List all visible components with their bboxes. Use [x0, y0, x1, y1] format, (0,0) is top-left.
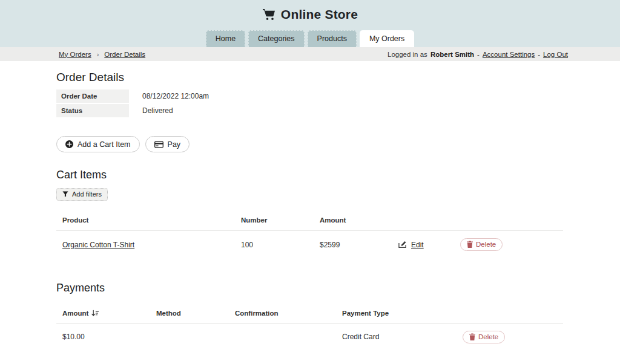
order-actions: Add a Cart Item Pay [56, 136, 563, 152]
cart-item-amount-cell: $2599 [314, 241, 392, 249]
page-title: Order Details [56, 71, 563, 84]
add-filters-button[interactable]: Add filters [56, 188, 108, 201]
cart-items-section: Cart Items Add filters Product Number Am… [56, 169, 563, 258]
app-title: Online Store [0, 7, 620, 22]
session-info: Logged in as Robert Smith - Account Sett… [388, 51, 568, 58]
payment-amount-cell: $10.00 [56, 333, 150, 341]
cart-item-number-cell: 100 [235, 241, 314, 249]
breadcrumb-bar: My Orders › Order Details Logged in as R… [0, 47, 620, 61]
breadcrumb-separator-icon: › [97, 51, 99, 58]
amount-header-label: Amount [62, 310, 88, 317]
status-label: Status [56, 104, 129, 117]
payments-table: Amount Method Confirmation Payment Type [56, 302, 563, 349]
status-row: Status Delivered [56, 104, 563, 117]
tab-my-orders[interactable]: My Orders [360, 30, 414, 47]
logged-in-user: Robert Smith [430, 51, 474, 58]
cart-item-row: Organic Cotton T-Shirt 100 $2599 Edit [56, 231, 563, 258]
credit-card-icon [154, 141, 163, 148]
add-cart-item-label: Add a Cart Item [78, 140, 131, 149]
cart-items-table-body: Organic Cotton T-Shirt 100 $2599 Edit [56, 231, 563, 258]
plus-circle-icon [65, 140, 73, 148]
payment-type-cell: Credit Card [336, 333, 457, 341]
delete-label: Delete [478, 333, 498, 340]
cart-items-table-header: Product Number Amount [56, 209, 563, 231]
payments-section: Payments Amount Method Confirmatio [56, 282, 563, 349]
app-header: Online Store Home Categories Products My… [0, 0, 620, 47]
breadcrumb: My Orders › Order Details [59, 51, 145, 58]
add-filters-label: Add filters [72, 190, 102, 198]
column-header-confirmation: Confirmation [229, 310, 336, 317]
delete-cart-item-button[interactable]: Delete [460, 238, 503, 251]
breadcrumb-order-details-link[interactable]: Order Details [104, 51, 145, 58]
pay-label: Pay [168, 140, 181, 149]
cart-item-delete-cell: Delete [460, 238, 563, 251]
payments-table-header: Amount Method Confirmation Payment Type [56, 302, 563, 324]
log-out-link[interactable]: Log Out [543, 51, 568, 58]
main-content: Order Details Order Date 08/12/2022 12:0… [0, 61, 620, 364]
payments-heading: Payments [56, 282, 563, 294]
cart-item-product-cell: Organic Cotton T-Shirt [56, 241, 235, 249]
delete-label: Delete [476, 241, 496, 248]
order-date-label: Order Date [56, 89, 129, 103]
cart-items-table: Product Number Amount Organic Cotton T-S… [56, 209, 563, 258]
delete-payment-button[interactable]: Delete [463, 331, 505, 343]
tab-home[interactable]: Home [206, 30, 245, 47]
add-cart-item-button[interactable]: Add a Cart Item [56, 136, 140, 152]
cart-items-heading: Cart Items [56, 169, 563, 181]
sort-icon[interactable] [91, 310, 99, 317]
column-header-amount[interactable]: Amount [56, 310, 150, 317]
pay-button[interactable]: Pay [145, 136, 190, 152]
trash-icon [469, 333, 475, 340]
order-fields: Order Date 08/12/2022 12:00am Status Del… [56, 89, 563, 117]
app-title-text: Online Store [281, 7, 358, 22]
shopping-cart-icon [262, 8, 275, 21]
logged-in-prefix: Logged in as [388, 51, 427, 58]
payment-delete-cell: Delete [457, 331, 563, 343]
account-settings-link[interactable]: Account Settings [483, 51, 535, 58]
order-date-row: Order Date 08/12/2022 12:00am [56, 89, 563, 103]
session-dash: - [538, 51, 540, 58]
filter-funnel-icon [62, 191, 68, 197]
payments-table-body: $10.00 Credit Card Delete [56, 324, 563, 349]
nav-tabs: Home Categories Products My Orders [0, 30, 620, 47]
breadcrumb-my-orders-link[interactable]: My Orders [59, 51, 91, 58]
order-date-value: 08/12/2022 12:00am [129, 89, 209, 103]
product-link[interactable]: Organic Cotton T-Shirt [62, 241, 134, 249]
edit-link[interactable]: Edit [411, 241, 424, 249]
payment-row: $10.00 Credit Card Delete [56, 324, 563, 349]
edit-pencil-icon [398, 241, 406, 249]
trash-icon [467, 241, 473, 248]
column-header-amount: Amount [314, 216, 392, 224]
column-header-method: Method [150, 310, 229, 317]
column-header-product: Product [56, 216, 235, 224]
cart-item-edit-cell: Edit [392, 241, 460, 249]
column-header-payment-type: Payment Type [336, 310, 457, 317]
session-dash: - [477, 51, 480, 58]
tab-categories[interactable]: Categories [248, 30, 304, 47]
status-value: Delivered [129, 104, 173, 117]
tab-products[interactable]: Products [308, 30, 357, 47]
column-header-number: Number [235, 216, 314, 224]
